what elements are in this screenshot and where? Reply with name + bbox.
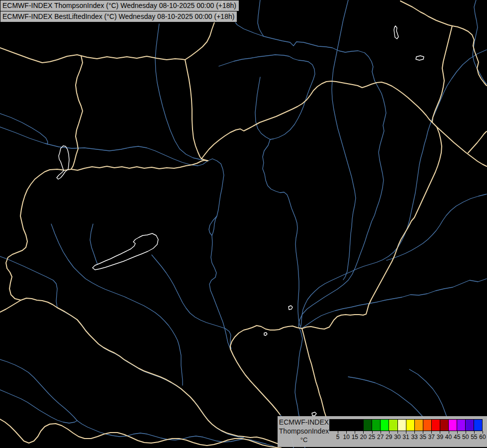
river xyxy=(301,279,487,329)
lake-outline xyxy=(394,26,398,39)
river xyxy=(255,77,301,329)
legend-tick-label: 55 xyxy=(471,434,477,441)
river xyxy=(0,256,57,308)
river xyxy=(219,55,315,139)
lake-outline xyxy=(289,306,292,310)
river xyxy=(0,127,208,166)
country-border xyxy=(201,81,432,159)
legend-tick-label: 39 xyxy=(437,434,443,441)
legend-cell xyxy=(389,420,397,431)
legend-tick-label: 40 xyxy=(445,434,452,441)
legend-unit: °C xyxy=(278,436,330,444)
legend-colorbar xyxy=(329,419,483,431)
country-border xyxy=(432,26,452,122)
lake-outline xyxy=(416,56,424,60)
legend-cell xyxy=(449,420,457,431)
legend-cell xyxy=(415,420,423,431)
country-border xyxy=(21,298,279,444)
legend-tick-label: 37 xyxy=(428,434,435,441)
country-border xyxy=(71,160,208,170)
river xyxy=(208,159,293,448)
river xyxy=(387,194,487,260)
river xyxy=(0,390,77,423)
legend-cell xyxy=(338,420,347,431)
legend-tick-label: 20 xyxy=(360,434,367,441)
legend-tick-label: 27 xyxy=(377,434,384,441)
country-border xyxy=(302,329,326,418)
lake-outline xyxy=(93,233,158,270)
legend-cell xyxy=(347,420,355,431)
river xyxy=(409,369,448,420)
legend-text-column: ECMWF-INDEX ThompsonIndex °C xyxy=(278,418,330,444)
legend-tick-label: 15 xyxy=(352,434,358,441)
legend-cell xyxy=(406,420,415,431)
river xyxy=(57,308,244,438)
legend-tick-label: 5 xyxy=(336,434,340,441)
legend-tick-labels: 51015202527293031333537394045505560 xyxy=(329,434,483,442)
river xyxy=(295,81,386,448)
river xyxy=(90,224,97,264)
map-title-line-2: ECMWF-INDEX BestLiftedIndex (°C) Wednesd… xyxy=(0,11,237,22)
legend-subtitle: ThompsonIndex xyxy=(278,427,330,436)
legend-tick-label: 33 xyxy=(411,434,417,441)
legend-tick-label: 50 xyxy=(462,434,469,441)
river xyxy=(77,421,277,448)
legend-cell xyxy=(474,420,482,431)
weather-map xyxy=(0,0,487,448)
legend-cell xyxy=(440,420,449,431)
river xyxy=(0,359,77,421)
legend-cell xyxy=(466,420,474,431)
country-border xyxy=(400,1,452,26)
river xyxy=(152,255,231,349)
legend-tick-label: 30 xyxy=(394,434,400,441)
legend-cell xyxy=(457,420,466,431)
legend-cell xyxy=(398,420,406,431)
country-border xyxy=(0,48,185,63)
river xyxy=(348,377,425,420)
legend-cell xyxy=(364,420,372,431)
legend-tick-label: 31 xyxy=(402,434,409,441)
legend-cell xyxy=(423,420,432,431)
lake-outline xyxy=(57,146,69,179)
legend-panel: ECMWF-INDEX ThompsonIndex °C 51015202527… xyxy=(278,416,487,447)
river xyxy=(473,0,487,84)
river xyxy=(221,0,375,81)
country-border xyxy=(230,326,302,415)
river xyxy=(155,24,208,161)
river xyxy=(258,0,264,36)
country-border xyxy=(432,122,487,166)
legend-title: ECMWF-INDEX xyxy=(278,418,330,427)
legend-cell xyxy=(330,420,338,431)
legend-cell xyxy=(355,420,364,431)
legend-tick-label: 45 xyxy=(454,434,460,441)
country-border xyxy=(0,300,21,312)
country-border xyxy=(71,56,83,169)
legend-tick-label: 25 xyxy=(369,434,375,441)
legend-tick-label: 60 xyxy=(479,434,486,441)
country-border xyxy=(468,131,487,153)
country-border xyxy=(6,169,71,300)
lake-outline xyxy=(264,333,267,336)
legend-cell xyxy=(372,420,381,431)
map-title-line-1: ECMWF-INDEX ThompsonIndex (°C) Wednesday… xyxy=(0,0,239,11)
legend-cell xyxy=(381,420,389,431)
river xyxy=(0,113,48,144)
legend-tick-label: 10 xyxy=(343,434,350,441)
river xyxy=(51,224,183,385)
legend-tick-label: 35 xyxy=(420,434,426,441)
river xyxy=(332,0,356,280)
country-border xyxy=(0,419,281,448)
weather-map-screen: ECMWF-INDEX ThompsonIndex (°C) Wednesday… xyxy=(0,0,487,448)
lake-outline xyxy=(312,412,316,416)
legend-cell xyxy=(432,420,440,431)
legend-tick-label: 29 xyxy=(386,434,392,441)
country-border xyxy=(185,60,208,161)
